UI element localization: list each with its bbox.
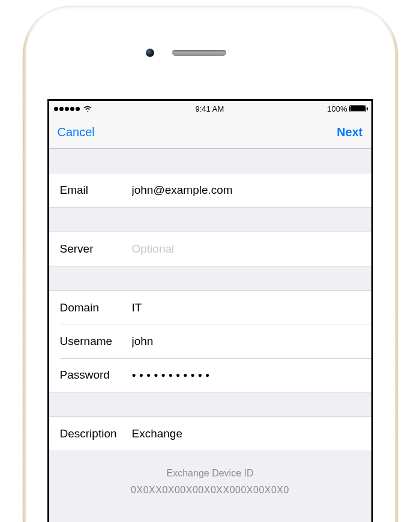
- username-label: Username: [60, 335, 132, 348]
- domain-field[interactable]: [132, 301, 361, 314]
- speaker-grill: [172, 50, 226, 56]
- signal-strength-icon: [54, 107, 80, 111]
- phone-frame: 9:41 AM 100% Cancel Next Email: [23, 6, 398, 522]
- camera-icon: [146, 49, 154, 57]
- email-group: Email: [49, 173, 371, 208]
- next-button[interactable]: Next: [337, 125, 362, 139]
- password-field[interactable]: ●●●●●●●●●●●: [132, 371, 361, 379]
- domain-label: Domain: [60, 301, 132, 314]
- nav-bar: Cancel Next: [49, 116, 371, 149]
- battery-percent: 100%: [327, 104, 347, 113]
- phone-bezel-top: [26, 9, 395, 96]
- wifi-icon: [83, 105, 92, 112]
- volume-down-button: [23, 210, 24, 249]
- mute-switch: [23, 120, 24, 147]
- volume-up-button: [23, 162, 24, 201]
- server-group: Server: [49, 232, 371, 266]
- screen: 9:41 AM 100% Cancel Next Email: [47, 99, 373, 522]
- username-field[interactable]: [132, 335, 361, 348]
- email-label: Email: [60, 184, 132, 197]
- status-time: 9:41 AM: [196, 104, 224, 113]
- status-bar: 9:41 AM 100%: [49, 101, 371, 116]
- password-label: Password: [60, 368, 132, 382]
- phone-body: 9:41 AM 100% Cancel Next Email: [26, 9, 395, 522]
- footer: Exchange Device ID 0X0XX0X00X00X0XX000X0…: [49, 451, 371, 512]
- description-field[interactable]: [132, 427, 361, 440]
- server-label: Server: [60, 242, 132, 256]
- battery-icon: [349, 105, 366, 112]
- description-group: Description: [49, 416, 371, 451]
- credentials-group: Domain Username Password ●●●●●●●●●●●: [49, 290, 371, 392]
- email-field[interactable]: [132, 184, 361, 197]
- device-id-title: Exchange Device ID: [60, 468, 361, 479]
- description-label: Description: [60, 427, 132, 440]
- server-field[interactable]: [132, 242, 361, 256]
- device-id-value: 0X0XX0X00X00X0XX000X00X0X0: [60, 485, 361, 496]
- cancel-button[interactable]: Cancel: [58, 125, 95, 139]
